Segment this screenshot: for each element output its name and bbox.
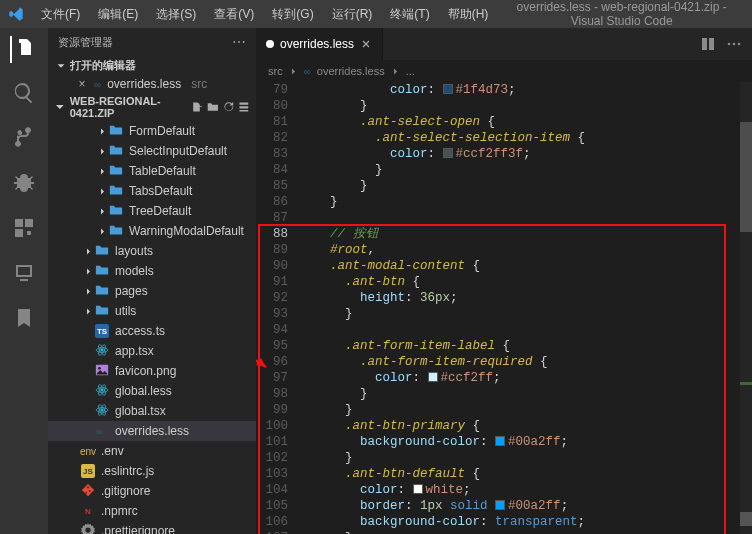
window-title: overrides.less - web-regional-0421.zip -…	[499, 0, 744, 28]
overview-mark	[740, 512, 752, 526]
tree-item-label: SelectInputDefault	[129, 144, 250, 158]
breadcrumb-seg[interactable]: src	[268, 65, 283, 77]
activity-scm[interactable]	[12, 126, 36, 153]
tree-item-label: overrides.less	[115, 424, 250, 438]
activity-explorer[interactable]	[10, 36, 36, 63]
tree-file[interactable]: .gitignore	[48, 481, 256, 501]
tree-item-label: .gitignore	[101, 484, 250, 498]
less-file-icon: ∞	[94, 79, 101, 90]
menu-run[interactable]: 运行(R)	[325, 4, 380, 25]
chevron-right-icon	[289, 67, 298, 76]
branch-icon	[12, 126, 36, 150]
tree-file[interactable]: global.tsx	[48, 401, 256, 421]
sidebar-title: 资源管理器	[58, 35, 232, 50]
tree-folder[interactable]: utils	[48, 301, 256, 321]
collapse-icon[interactable]	[238, 100, 250, 114]
menu-terminal[interactable]: 终端(T)	[383, 4, 436, 25]
tree-item-label: .env	[101, 444, 250, 458]
color-swatch[interactable]	[428, 372, 438, 382]
tree-folder[interactable]: pages	[48, 281, 256, 301]
menu-edit[interactable]: 编辑(E)	[91, 4, 145, 25]
color-swatch[interactable]	[443, 148, 453, 158]
menu-select[interactable]: 选择(S)	[149, 4, 203, 25]
tree-folder[interactable]: layouts	[48, 241, 256, 261]
line-gutter: 7980818283848586878889909192939495969798…	[256, 82, 300, 534]
scrollbar-vertical[interactable]	[740, 82, 752, 534]
react-icon	[94, 403, 110, 419]
svg-point-14	[728, 43, 731, 46]
img-icon	[94, 363, 110, 379]
tree-folder[interactable]: SelectInputDefault	[48, 141, 256, 161]
tree-file[interactable]: N.npmrc	[48, 501, 256, 521]
color-swatch[interactable]	[443, 84, 453, 94]
tree-folder[interactable]: WarningModalDefault	[48, 221, 256, 241]
open-editors-section[interactable]: 打开的编辑器	[48, 56, 256, 75]
sidebar-more-icon[interactable]: ⋯	[232, 34, 246, 50]
svg-point-16	[738, 43, 741, 46]
menu-view[interactable]: 查看(V)	[207, 4, 261, 25]
tree-file[interactable]: .prettierignore	[48, 521, 256, 534]
git-icon	[80, 483, 96, 499]
tree-item-label: .prettierignore	[101, 524, 250, 534]
tree-file[interactable]: TSaccess.ts	[48, 321, 256, 341]
tree-folder[interactable]: FormDefault	[48, 121, 256, 141]
color-swatch[interactable]	[495, 500, 505, 510]
activity-debug[interactable]	[12, 171, 36, 198]
activity-bookmark[interactable]	[12, 306, 36, 333]
file-tree[interactable]: FormDefaultSelectInputDefaultTableDefaul…	[48, 121, 256, 534]
less-file-icon: ∞	[304, 66, 311, 77]
menu-file[interactable]: 文件(F)	[34, 4, 87, 25]
close-icon[interactable]: ×	[76, 77, 88, 91]
activity-search[interactable]	[12, 81, 36, 108]
close-icon[interactable]	[360, 38, 372, 50]
chevron-down-icon	[56, 61, 66, 71]
tree-file[interactable]: global.less	[48, 381, 256, 401]
open-editor-path: src	[191, 77, 207, 91]
tree-folder[interactable]: TreeDefault	[48, 201, 256, 221]
tab-bar: overrides.less	[256, 28, 752, 60]
open-editor-item[interactable]: × ∞ overrides.less src	[48, 75, 256, 93]
chevron-right-icon	[96, 207, 108, 216]
breadcrumb-seg[interactable]: ...	[406, 65, 415, 77]
tree-item-label: FormDefault	[129, 124, 250, 138]
ts-icon: TS	[94, 323, 110, 339]
code-lines[interactable]: color: #1f4d73; } .ant-select-open { .an…	[300, 82, 752, 534]
tree-folder[interactable]: TableDefault	[48, 161, 256, 181]
tree-item-label: TreeDefault	[129, 204, 250, 218]
gear-icon	[80, 523, 96, 534]
tab-overrides-less[interactable]: overrides.less	[256, 28, 383, 60]
folder-icon	[108, 143, 124, 159]
tree-item-label: layouts	[115, 244, 250, 258]
menu-help[interactable]: 帮助(H)	[441, 4, 496, 25]
new-folder-icon[interactable]	[207, 100, 219, 114]
color-swatch[interactable]	[495, 436, 505, 446]
tree-file[interactable]: ∞overrides.less	[48, 421, 256, 441]
menu-goto[interactable]: 转到(G)	[265, 4, 320, 25]
color-swatch[interactable]	[413, 484, 423, 494]
svg-point-0	[101, 348, 103, 350]
tree-file[interactable]: app.tsx	[48, 341, 256, 361]
tree-folder[interactable]: models	[48, 261, 256, 281]
breadcrumb[interactable]: src ∞ overrides.less ...	[256, 60, 752, 82]
chevron-right-icon	[96, 167, 108, 176]
js-icon: JS	[80, 463, 96, 479]
refresh-icon[interactable]	[223, 100, 235, 114]
scrollbar-thumb[interactable]	[740, 122, 752, 232]
split-editor-icon[interactable]	[700, 36, 716, 52]
open-editor-name: overrides.less	[107, 77, 181, 91]
breadcrumb-seg[interactable]: overrides.less	[317, 65, 385, 77]
svg-point-6	[101, 388, 103, 390]
activity-extensions[interactable]	[12, 216, 36, 243]
chevron-down-icon	[54, 100, 66, 114]
code-editor[interactable]: 7980818283848586878889909192939495969798…	[256, 82, 752, 534]
folder-icon	[108, 203, 124, 219]
tree-file[interactable]: env.env	[48, 441, 256, 461]
new-file-icon[interactable]	[191, 100, 203, 114]
project-section[interactable]: WEB-REGIONAL-0421.ZIP	[48, 93, 256, 121]
tree-folder[interactable]: TabsDefault	[48, 181, 256, 201]
tree-file[interactable]: JS.eslintrc.js	[48, 461, 256, 481]
more-icon[interactable]	[726, 36, 742, 52]
tree-file[interactable]: favicon.png	[48, 361, 256, 381]
activity-remote[interactable]	[12, 261, 36, 288]
open-editors-label: 打开的编辑器	[70, 58, 136, 73]
